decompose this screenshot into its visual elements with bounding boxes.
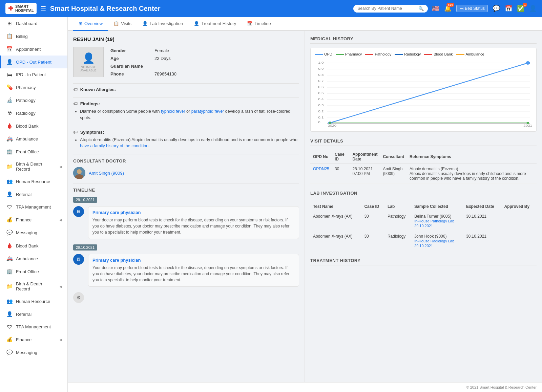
sidebar-item-tpa-2[interactable]: 🛡 TPA Management bbox=[0, 321, 67, 333]
lab-col-expected: Expected Date bbox=[463, 202, 502, 211]
sidebar-item-opd[interactable]: 👤 OPD - Out Patient bbox=[0, 56, 67, 68]
messaging-icon: 💬 bbox=[6, 230, 13, 236]
header-title: Smart Hospital & Research Center bbox=[50, 5, 349, 13]
sidebar-label-front-office-2: Front Office bbox=[16, 269, 39, 274]
tabs-bar: ⊞ Overview 📋 Visits 👤 Lab Investigation … bbox=[68, 17, 542, 31]
sidebar-item-ambulance-2[interactable]: 🚑 Ambulance bbox=[0, 252, 67, 265]
tpa-icon-2: 🛡 bbox=[6, 324, 13, 330]
patient-info-block: 👤 NO IMAGEAVAILABLE Gender Female Age 22… bbox=[73, 47, 299, 78]
search-bar[interactable]: 🔍 bbox=[353, 5, 428, 13]
findings-section: 🏷 Findings: Diarrhea or constipation Som… bbox=[73, 97, 299, 126]
visit-table-header: OPD No Case ID AppointmentDate Consultan… bbox=[310, 150, 537, 164]
tab-lab-investigation[interactable]: 👤 Lab Investigation bbox=[137, 17, 188, 31]
sidebar-label-referral-2: Referral bbox=[16, 312, 32, 317]
sidebar-label-birth-death: Birth & Death Record bbox=[16, 161, 56, 172]
sidebar-item-billing[interactable]: 📋 Billing bbox=[0, 30, 67, 43]
visit-opd-no[interactable]: OPDN25 bbox=[310, 164, 332, 184]
svg-text:0.4: 0.4 bbox=[318, 97, 324, 101]
legend-blood-bank: Blood Bank bbox=[424, 52, 453, 56]
sidebar-item-appointment[interactable]: 📅 Appointment bbox=[0, 43, 67, 56]
symptoms-label: 🏷 Symptoms: bbox=[73, 130, 299, 135]
tab-treatment-history[interactable]: 👤 Treatment History bbox=[188, 17, 242, 31]
sidebar-item-ambulance[interactable]: 🚑 Ambulance bbox=[0, 132, 67, 145]
sidebar-item-blood-bank[interactable]: 🩸 Blood Bank bbox=[0, 119, 67, 132]
lab-sub-2: In-House Radiology Lab29.10.2021 bbox=[414, 239, 454, 248]
sidebar-item-birth-death-2[interactable]: 📁 Birth & Death Record ◀ bbox=[0, 278, 67, 295]
ipd-icon: 🛏 bbox=[6, 72, 13, 78]
sidebar-item-finance[interactable]: 💰 Finance ◀ bbox=[0, 213, 67, 226]
sidebar-label-ambulance-2: Ambulance bbox=[16, 256, 38, 261]
sidebar-item-dashboard[interactable]: ⊞ Dashboard bbox=[0, 17, 67, 30]
lab-col-approved: Approved By bbox=[502, 202, 537, 211]
hamburger-icon[interactable]: ☰ bbox=[41, 5, 46, 12]
sidebar: ⊞ Dashboard 📋 Billing 📅 Appointment 👤 OP… bbox=[0, 17, 68, 392]
bed-status-button[interactable]: 🛏 Bed Status bbox=[456, 5, 488, 12]
paratyphoid-link[interactable]: paratyphoid fever bbox=[191, 109, 224, 114]
tab-timeline[interactable]: 📅 Timeline bbox=[242, 17, 276, 31]
chart-legend: OPD Pharmacy Pathology Radiology bbox=[315, 52, 532, 56]
sidebar-item-finance-2[interactable]: 💰 Finance ◀ bbox=[0, 333, 67, 346]
flag-icon[interactable]: 🇺🇸 bbox=[432, 5, 439, 12]
legend-opd-color bbox=[315, 54, 323, 55]
typhoid-link[interactable]: typhoid fever bbox=[161, 109, 185, 114]
tab-overview-label: Overview bbox=[84, 21, 103, 26]
whatsapp-icon[interactable]: 💬 bbox=[493, 5, 500, 12]
findings-list: Diarrhea or constipation Some people wit… bbox=[73, 108, 299, 121]
sidebar-item-front-office-2[interactable]: 🏢 Front Office bbox=[0, 265, 67, 278]
age-value: 22 Days bbox=[154, 56, 171, 61]
sidebar-item-pharmacy[interactable]: 💊 Pharmacy bbox=[0, 81, 67, 94]
family-history-link[interactable]: have a family history of the condition bbox=[80, 144, 148, 148]
symptoms-section: 🏷 Symptoms: Atopic dermatitis (Eczema) A… bbox=[73, 126, 299, 154]
svg-point-28 bbox=[526, 61, 530, 65]
chevron-left-icon-2: ◀ bbox=[59, 218, 62, 222]
sidebar-item-messaging-2[interactable]: 💬 Messaging bbox=[0, 346, 67, 359]
sidebar-label-front-office: Front Office bbox=[16, 149, 39, 154]
tab-timeline-label: Timeline bbox=[254, 21, 271, 26]
lab-row-2: Abdomen X-rays (AX) 30 Radiology John Ho… bbox=[310, 231, 537, 251]
footer-text: © 2021 Smart Hospital & Research Center bbox=[466, 385, 537, 389]
sidebar-item-pathology[interactable]: 🔬 Pathology bbox=[0, 94, 67, 107]
patient-header: RESHU JAIN (19) bbox=[73, 36, 299, 42]
sidebar-item-blood-bank-2[interactable]: 🩸 Blood Bank bbox=[0, 239, 67, 252]
consultant-name[interactable]: Amit Singh (9009) bbox=[89, 171, 124, 176]
svg-text:0: 0 bbox=[318, 121, 320, 124]
medical-history-chart: OPD Pharmacy Pathology Radiology bbox=[310, 48, 537, 132]
lab-approved-1 bbox=[502, 211, 537, 231]
sidebar-item-referral-2[interactable]: 👤 Referral bbox=[0, 308, 67, 321]
sidebar-label-birth-death-2: Birth & Death Record bbox=[16, 281, 56, 291]
tasks-button[interactable]: ✅ 1 bbox=[517, 5, 524, 12]
tab-overview[interactable]: ⊞ Overview bbox=[73, 17, 108, 31]
sidebar-label-blood-bank: Blood Bank bbox=[16, 124, 39, 129]
notification-bell[interactable]: 🔔 616 bbox=[444, 5, 452, 12]
sidebar-item-human-resource-2[interactable]: 👥 Human Resource bbox=[0, 295, 67, 308]
sidebar-item-human-resource[interactable]: 👥 Human Resource bbox=[0, 175, 67, 188]
sidebar-item-front-office[interactable]: 🏢 Front Office bbox=[0, 145, 67, 158]
bed-status-label: Bed Status bbox=[465, 6, 485, 11]
sidebar-item-messaging[interactable]: 💬 Messaging bbox=[0, 226, 67, 239]
lab-table-header: Test Name Case ID Lab Sample Collected E… bbox=[310, 202, 537, 211]
lab-test-name-2: Abdomen X-rays (AX) bbox=[310, 231, 361, 251]
sidebar-item-radiology[interactable]: ☢ Radiology bbox=[0, 107, 67, 119]
search-input[interactable] bbox=[357, 6, 416, 11]
sidebar-item-tpa[interactable]: 🛡 TPA Management bbox=[0, 201, 67, 213]
legend-opd: OPD bbox=[315, 52, 332, 56]
svg-point-29 bbox=[329, 122, 331, 124]
sidebar-item-ipd[interactable]: 🛏 IPD - In Patient bbox=[0, 68, 67, 81]
chevron-left-icon: ◀ bbox=[59, 165, 62, 169]
calendar-icon[interactable]: 📅 bbox=[505, 5, 512, 12]
sidebar-item-birth-death[interactable]: 📁 Birth & Death Record ◀ bbox=[0, 158, 67, 175]
pathology-icon: 🔬 bbox=[6, 97, 13, 103]
svg-point-1 bbox=[77, 169, 82, 174]
messaging-icon-2: 💬 bbox=[6, 349, 13, 355]
timeline-content-2: Primary care physician Your doctor may p… bbox=[88, 254, 299, 287]
visit-consultant: Amit Singh(9009) bbox=[380, 164, 407, 184]
tab-visits[interactable]: 📋 Visits bbox=[108, 17, 137, 31]
sidebar-item-referral[interactable]: 👤 Referral bbox=[0, 188, 67, 201]
sidebar-label-pharmacy: Pharmacy bbox=[16, 85, 36, 90]
birth-death-icon: 📁 bbox=[6, 164, 13, 170]
front-office-icon-2: 🏢 bbox=[6, 268, 13, 275]
ambulance-icon-2: 🚑 bbox=[6, 256, 13, 262]
user-avatar-icon[interactable]: 👤 bbox=[529, 5, 537, 12]
lab-investigation-title: LAB INVESTIGATION bbox=[310, 191, 537, 198]
patient-fields: Gender Female Age 22 Days Guardian Name bbox=[110, 47, 299, 78]
